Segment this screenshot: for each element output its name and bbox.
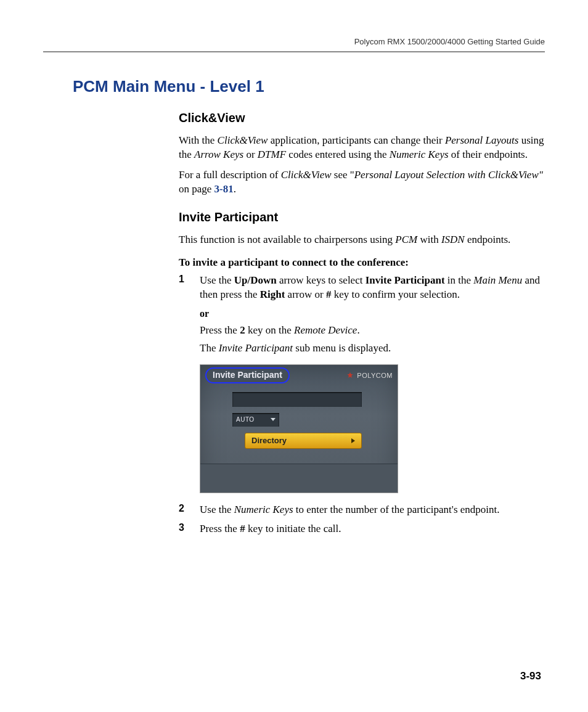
svg-marker-0: [348, 372, 353, 378]
figure-directory-button: Directory: [245, 433, 362, 449]
header-rule: [43, 51, 545, 52]
chevron-right-icon: [351, 438, 355, 443]
figure-tab: Invite Participant: [205, 367, 290, 383]
step-1-alt2: The Invite Participant sub menu is displ…: [200, 342, 545, 356]
figure-brand: POLYCOM: [346, 372, 393, 379]
invite-p1: This function is not available to chairp…: [179, 233, 545, 247]
step-1-alt1: Press the 2 key on the Remote Device.: [200, 324, 545, 338]
or-line: or: [200, 307, 545, 321]
chevron-down-icon: [271, 418, 276, 421]
step-3-num: 3: [179, 522, 200, 536]
invite-heading: Invite Participant: [179, 210, 545, 224]
step-2: 2 Use the Numeric Keys to enter the numb…: [179, 503, 545, 517]
step-1: 1 Use the Up/Down arrow keys to select I…: [179, 274, 545, 302]
step-3: 3 Press the # key to initiate the call.: [179, 522, 545, 536]
figure-footer: [200, 464, 398, 493]
clickview-p1: With the Click&View application, partici…: [179, 134, 545, 162]
clickview-heading: Click&View: [179, 111, 545, 125]
figure-number-input: [232, 392, 362, 407]
figure-auto-dropdown: AUTO: [232, 413, 279, 427]
clickview-p2: For a full description of Click&View see…: [179, 168, 545, 197]
polycom-logo-icon: [346, 372, 354, 379]
step-1-num: 1: [179, 274, 200, 302]
step-2-num: 2: [179, 503, 200, 517]
page-ref-link[interactable]: 3-81: [214, 183, 234, 195]
instr-lead: To invite a participant to connect to th…: [179, 256, 545, 270]
invite-submenu-figure: Invite Participant POLYCOM AUTO Director…: [200, 364, 398, 493]
doc-header: Polycom RMX 1500/2000/4000 Getting Start…: [43, 37, 545, 46]
section-title: PCM Main Menu - Level 1: [73, 77, 545, 96]
page-number: 3-93: [520, 670, 541, 682]
